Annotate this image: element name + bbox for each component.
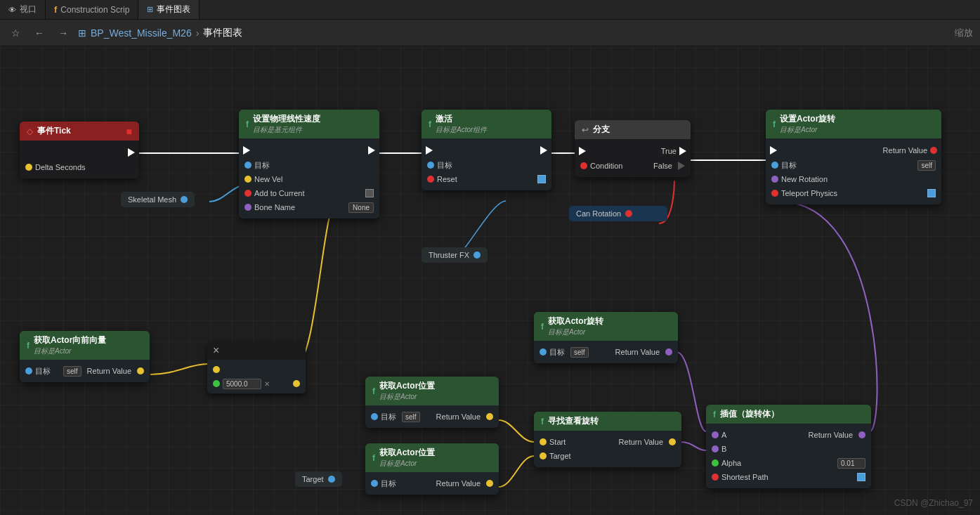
get-actor-rot-body: 目标 self Return Value (534, 341, 678, 363)
bookmark-icon[interactable]: ☆ (7, 25, 25, 41)
return-pin (930, 147, 937, 154)
node-find-lookat: f 寻找查看旋转 Start Return Value Target (534, 412, 681, 467)
true-pin (679, 147, 686, 155)
gf-target-pin (25, 367, 32, 374)
f-icon-activate: f (429, 119, 431, 129)
get-forward-target-row: 目标 self Return Value (20, 364, 150, 378)
back-button[interactable]: ← (30, 25, 48, 41)
get-loc2-subtitle: 目标是Actor (379, 459, 435, 469)
teleport-pin (771, 190, 778, 197)
multiply-icon: × (213, 344, 219, 357)
node-thruster-fx: Thruster FX (422, 247, 488, 263)
false-pin (678, 162, 685, 170)
can-rotation-pin (625, 210, 632, 217)
eye-icon: 👁 (8, 6, 16, 14)
skeletal-mesh-container: Skeletal Mesh (121, 192, 195, 207)
find-lookat-header: f 寻找查看旋转 (534, 412, 681, 431)
lerp-b-label: B (721, 445, 865, 453)
f-icon-loc2: f (372, 453, 375, 463)
get-actor-rot-subtitle: 目标是Actor (548, 327, 603, 337)
f-icon-rotation: f (773, 119, 776, 129)
blueprint-icon: ⊞ (78, 27, 86, 39)
multiply-container: × 5000.0 ✕ (207, 341, 306, 393)
tab-view[interactable]: 👁 视口 (0, 0, 46, 19)
tab-event-graph[interactable]: ⊞ 事件图表 (138, 0, 200, 19)
multiply-val-pin (213, 380, 220, 387)
blueprint-canvas[interactable]: ◇ 事件Tick ■ Delta Seconds Skeletal Mesh f (0, 46, 980, 515)
gl1-return-label: Return Value (436, 412, 481, 421)
tab-construction-label: Construction Scrip (60, 5, 129, 15)
lerp-title: 插值（旋转体） (720, 408, 779, 420)
lerp-return-pin (858, 431, 865, 438)
event-icon: ◇ (27, 126, 33, 136)
gl1-self-badge: self (402, 412, 420, 422)
gar-self-badge: self (570, 347, 589, 358)
lerp-a-row: A Return Value (706, 428, 871, 442)
f-icon-forward: f (27, 341, 30, 351)
bone-label: Bone Name (254, 203, 346, 211)
can-rotation-label: Can Rotation (576, 209, 621, 218)
node-get-location2: f 获取Actor位置 目标是Actor 目标 Return Value (365, 443, 499, 495)
shortest-path-row: Shortest Path (706, 470, 871, 484)
gl1-return-pin (486, 413, 493, 420)
multiply-body: 5000.0 ✕ (207, 360, 306, 393)
multiply-header: × (207, 341, 306, 360)
get-forward-header: f 获取Actor向前向量 目标是Actor (20, 331, 150, 360)
reset-label: Reset (437, 175, 535, 183)
node-skeletal-mesh: Skeletal Mesh (121, 192, 195, 207)
bone-name-value[interactable]: None (348, 202, 374, 213)
node-get-forward: f 获取Actor向前向量 目标是Actor 目标 self Return Va… (20, 331, 150, 382)
bone-name-row: Bone Name None (239, 200, 379, 214)
target-label: 目标 (254, 160, 374, 171)
get-actor-rot-title: 获取Actor旋转 (548, 315, 603, 327)
toolbar: ☆ ← → ⊞ BP_West_Missile_M26 › 事件图表 缩放 (0, 20, 980, 46)
node-can-rotation: Can Rotation (569, 206, 667, 221)
alpha-value-input[interactable]: 0.01 (837, 458, 865, 469)
multiply-in-pin (213, 366, 220, 373)
add-label: Add to Current (254, 189, 362, 197)
reset-checkbox[interactable] (537, 175, 546, 183)
set-rotation-subtitle: 目标是Actor (780, 125, 835, 135)
delta-seconds-pin (25, 164, 32, 171)
branch-header: ↩ 分支 (575, 120, 691, 139)
forward-button[interactable]: → (54, 25, 72, 41)
find-lookat-title: 寻找查看旋转 (548, 415, 599, 427)
tab-construction[interactable]: f Construction Scrip (46, 0, 138, 19)
exec-in (426, 146, 433, 155)
delta-seconds-label: Delta Seconds (35, 163, 133, 171)
true-label: True (661, 147, 677, 155)
new-rotation-label: New Rotation (781, 175, 936, 183)
gar-return-pin (665, 348, 672, 356)
multiply-value-input[interactable]: 5000.0 (223, 379, 261, 389)
tab-view-label: 视口 (20, 4, 37, 15)
multiply-out-pin (293, 380, 300, 387)
get-loc1-subtitle: 目标是Actor (379, 392, 435, 402)
exec-in-pin (243, 146, 250, 155)
exec-out-pin (128, 148, 135, 157)
exec-in-branch (579, 147, 586, 155)
breadcrumb-current: 事件图表 (203, 27, 242, 39)
grid-icon: ⊞ (147, 5, 153, 14)
get-actor-rot-target-row: 目标 self Return Value (534, 345, 678, 359)
lerp-alpha-row: Alpha 0.01 (706, 456, 871, 470)
false-label: False (653, 162, 672, 170)
reset-pin (427, 176, 434, 183)
lookat-target-pin (540, 452, 547, 459)
set-target-label: 目标 (781, 160, 912, 171)
get-loc1-header: f 获取Actor位置 目标是Actor (365, 377, 499, 405)
multiply-clear-icon[interactable]: ✕ (264, 380, 270, 388)
teleport-checkbox[interactable] (927, 189, 936, 197)
multiply-input-row (207, 363, 306, 377)
activate-reset-row: Reset (422, 172, 551, 186)
thruster-fx-container: Thruster FX (422, 247, 488, 263)
add-checkbox[interactable] (365, 189, 374, 197)
gl1-target-text: 目标 (381, 412, 396, 422)
breadcrumb-root[interactable]: BP_West_Missile_M26 (91, 27, 192, 39)
node-multiply: × 5000.0 ✕ (207, 341, 306, 393)
f-icon-lookat: f (541, 417, 544, 426)
shortest-checkbox[interactable] (857, 473, 865, 481)
target-container: Target (295, 471, 342, 487)
event-tick-title: 事件Tick (37, 125, 71, 137)
set-velocity-body: 目标 New Vel Add to Current Bone Name None (239, 138, 379, 219)
multiply-value-row: 5000.0 ✕ (207, 377, 306, 391)
